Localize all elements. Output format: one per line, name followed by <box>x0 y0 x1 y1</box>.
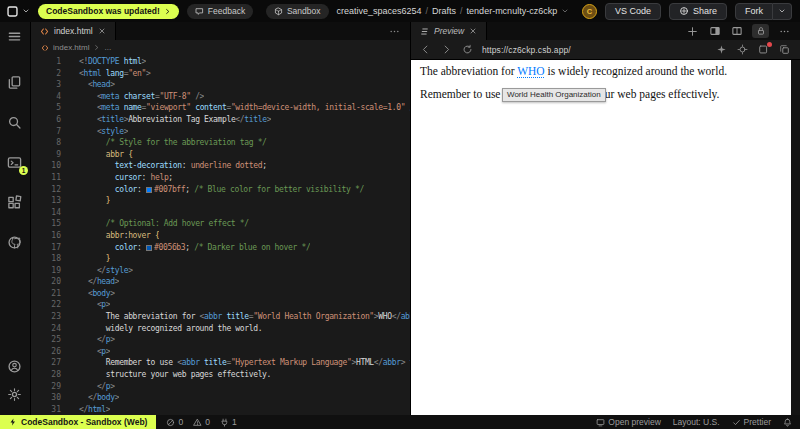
close-tab-icon[interactable] <box>469 27 477 35</box>
sandbox-pill[interactable]: Sandbox <box>266 4 329 19</box>
code-text: widely recognized around the world. <box>61 323 262 335</box>
lock-icon[interactable] <box>752 24 769 38</box>
code-line[interactable]: 11 cursor: help; <box>31 172 410 184</box>
line-number: 6 <box>31 114 61 126</box>
tab-preview[interactable]: Preview <box>411 22 487 40</box>
code-line[interactable]: 20 </head> <box>31 276 410 288</box>
code-line[interactable]: 2<html lang="en"> <box>31 68 410 80</box>
github-icon[interactable] <box>7 235 23 251</box>
url-field[interactable]: https://cz6ckp.csb.app/ <box>482 45 708 55</box>
forward-icon[interactable] <box>441 44 453 56</box>
code-line[interactable]: 7 <style> <box>31 126 410 138</box>
feedback-button[interactable]: Feedback <box>187 4 253 19</box>
code-line[interactable]: 30 </body> <box>31 392 410 404</box>
chevron-down-icon <box>22 7 30 15</box>
code-line[interactable]: 28 structure your web pages effectively. <box>31 369 410 381</box>
code-line[interactable]: 24 widely recognized around the world. <box>31 323 410 335</box>
split-view-icon[interactable] <box>730 25 743 38</box>
editor-more-actions-icon[interactable] <box>379 22 410 40</box>
breadcrumb-file[interactable]: index.html <box>53 43 89 52</box>
vscode-button[interactable]: VS Code <box>605 3 661 20</box>
code-line[interactable]: 14 <box>31 207 410 219</box>
prettier-indicator[interactable]: Prettier <box>732 417 771 427</box>
ports-count: 1 <box>232 417 237 427</box>
line-number: 23 <box>31 311 61 323</box>
errors-indicator[interactable]: 0 <box>166 417 183 427</box>
code-text: color: #007bff; /* Blue color for better… <box>61 184 364 196</box>
code-line[interactable]: 18 } <box>31 253 410 265</box>
code-text: </body> <box>61 392 119 404</box>
code-line[interactable]: 26 <p> <box>31 346 410 358</box>
refresh-icon[interactable] <box>462 44 474 56</box>
fork-button[interactable]: Fork <box>735 3 773 20</box>
code-line[interactable]: 1<!DOCTYPE html> <box>31 56 410 68</box>
back-icon[interactable] <box>420 44 432 56</box>
breadcrumb-symbol[interactable]: ... <box>104 43 111 52</box>
breadcrumb-team[interactable]: creative_spaces6254 <box>337 6 422 16</box>
share-button[interactable]: Share <box>669 3 727 20</box>
code-line[interactable]: 13 } <box>31 195 410 207</box>
fork-button-group: Fork <box>735 3 792 20</box>
preview-page[interactable]: The abbreviation for WHO is widely recog… <box>411 60 791 415</box>
code-line[interactable]: 23 The abbreviation for <abbr title="Wor… <box>31 311 410 323</box>
extensions-icon[interactable] <box>7 195 23 211</box>
breadcrumb[interactable]: creative_spaces6254 / Drafts / tender-mc… <box>337 6 570 16</box>
breadcrumb-sandbox-name[interactable]: tender-mcnulty-cz6ckp <box>467 6 558 16</box>
code-line[interactable]: 22 <p> <box>31 299 410 311</box>
account-icon[interactable] <box>7 359 23 375</box>
code-line[interactable]: 6 <title>Abbreviation Tag Example</title… <box>31 114 410 126</box>
color-swatch[interactable] <box>146 245 152 251</box>
editor-breadcrumb[interactable]: index.html ... <box>31 40 410 55</box>
code-line[interactable]: 8 /* Style for the abbreviation tag */ <box>31 137 410 149</box>
code-line[interactable]: 4 <meta charset="UTF-8" /> <box>31 91 410 103</box>
updated-banner-button[interactable]: CodeSandbox was updated! <box>38 4 179 19</box>
files-icon[interactable] <box>7 75 23 91</box>
code-line[interactable]: 15 /* Optional: Add hover effect */ <box>31 218 410 230</box>
code-line[interactable]: 27 Remember to use <abbr title="Hypertex… <box>31 357 410 369</box>
close-tab-icon[interactable] <box>98 27 106 35</box>
ports-indicator[interactable]: 1 <box>220 417 237 427</box>
code-text: </p> <box>61 381 115 393</box>
open-preview-label: Open preview <box>608 417 660 427</box>
menu-icon[interactable] <box>7 29 23 45</box>
code-text: abbr:hover { <box>61 230 159 242</box>
responsive-target-icon[interactable] <box>737 44 749 56</box>
layout-indicator[interactable]: Layout: U.S. <box>673 417 720 427</box>
code-line[interactable]: 25 </p> <box>31 334 410 346</box>
toggle-panel-right-icon[interactable] <box>708 25 721 38</box>
tab-index-html[interactable]: index.html <box>31 22 116 40</box>
code-line[interactable]: 10 text-decoration: underline dotted; <box>31 160 410 172</box>
sandbox-status-button[interactable]: CodeSandbox - Sandbox (Web) <box>0 415 156 429</box>
code-line[interactable]: 29 </p> <box>31 381 410 393</box>
code-line[interactable]: 5 <meta name="viewport" content="width=d… <box>31 102 410 114</box>
code-line[interactable]: 31</html> <box>31 404 410 415</box>
color-swatch[interactable] <box>146 187 152 193</box>
breadcrumb-folder[interactable]: Drafts <box>432 6 456 16</box>
status-bar: CodeSandbox - Sandbox (Web) 0 0 1 Open p… <box>0 415 800 429</box>
open-external-icon[interactable] <box>779 44 791 56</box>
device-toolbar-icon[interactable] <box>758 44 770 56</box>
code-line[interactable]: 12 color: #007bff; /* Blue color for bet… <box>31 184 410 196</box>
fork-dropdown-button[interactable] <box>773 3 792 20</box>
code-editor[interactable]: 1<!DOCTYPE html>2<html lang="en">3 <head… <box>31 55 410 415</box>
settings-gear-icon[interactable] <box>7 387 23 403</box>
codesandbox-logo-menu[interactable] <box>6 5 30 18</box>
who-abbr-link[interactable]: WHO <box>517 65 544 77</box>
code-line[interactable]: 3 <head> <box>31 79 410 91</box>
open-preview-button[interactable]: Open preview <box>596 417 660 427</box>
code-line[interactable]: 16 abbr:hover { <box>31 230 410 242</box>
warnings-indicator[interactable]: 0 <box>193 417 210 427</box>
devtools-icon[interactable]: 1 <box>7 155 23 171</box>
code-line[interactable]: 17 color: #0056b3; /* Darker blue on hov… <box>31 242 410 254</box>
notifications-bell-icon[interactable] <box>783 418 792 427</box>
inspect-sparkle-icon[interactable] <box>716 44 728 56</box>
code-line[interactable]: 19 </style> <box>31 265 410 277</box>
code-line[interactable]: 21 <body> <box>31 288 410 300</box>
more-actions-icon[interactable] <box>778 25 791 38</box>
share-globe-icon <box>679 6 689 16</box>
add-tab-icon[interactable] <box>686 25 699 38</box>
code-line[interactable]: 9 abbr { <box>31 149 410 161</box>
search-icon[interactable] <box>7 115 23 131</box>
main-area: 1 index.html <box>0 22 800 415</box>
user-avatar[interactable]: C <box>582 4 597 19</box>
